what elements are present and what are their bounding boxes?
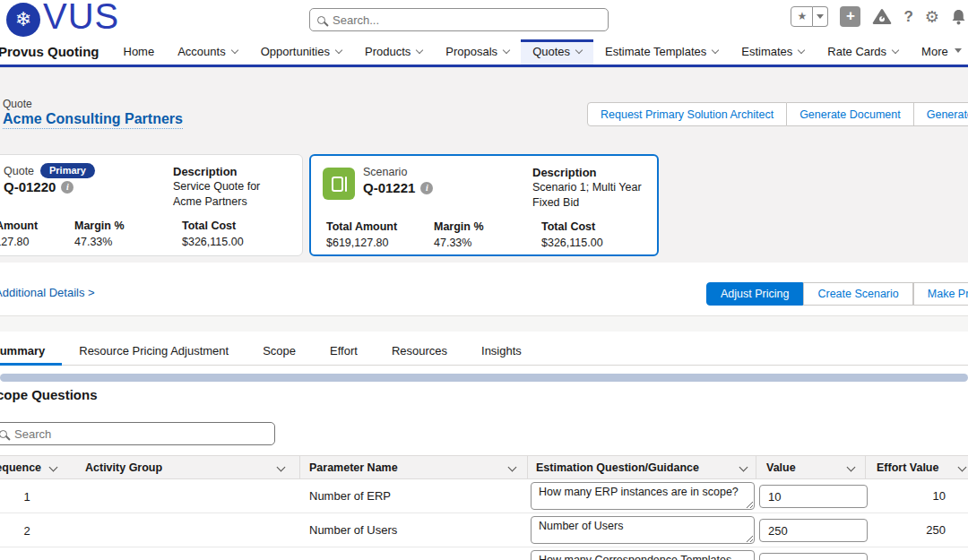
nav-item-label: Estimate Templates (605, 45, 706, 65)
horizontal-scrollbar[interactable] (0, 374, 968, 382)
value-input[interactable] (759, 519, 868, 542)
nav-item-opportunities[interactable]: Opportunities (249, 39, 353, 65)
provus-logo-icon: ❄ (6, 3, 40, 37)
chevron-down-icon[interactable] (503, 47, 510, 54)
scope-questions-search[interactable] (0, 422, 275, 445)
chevron-down-icon[interactable] (416, 47, 423, 54)
info-icon[interactable]: i (61, 181, 73, 194)
global-search-input[interactable] (333, 13, 601, 27)
margin-label: Margin % (434, 220, 484, 233)
nav-item-products[interactable]: Products (353, 39, 434, 65)
sequence-cell: 1 (16, 490, 38, 504)
provus-quoting-app: ❄ VUS ★ + ? ⚙ (0, 0, 968, 560)
margin-value: 47.33% (74, 236, 125, 248)
nav-item-label: Opportunities (261, 45, 330, 65)
sort-chevron-icon[interactable] (958, 463, 967, 472)
col-activity-group[interactable]: Activity Group (85, 461, 162, 474)
notifications-button[interactable] (951, 9, 966, 25)
value-input[interactable] (759, 553, 868, 560)
tab-summary[interactable]: Summary (0, 333, 62, 366)
request-primary-solution-architect-button[interactable]: Request Primary Solution Architect (587, 102, 787, 126)
card-type-label: Quote (4, 165, 34, 177)
value-input[interactable] (759, 485, 868, 508)
question-textarea[interactable]: Number of Users (531, 516, 755, 544)
question-textarea[interactable]: How many Correspondence Templates are in (531, 550, 755, 560)
tab-resources[interactable]: Resources (375, 333, 464, 366)
info-icon[interactable]: i (420, 182, 433, 194)
global-header: ❄ VUS ★ + ? ⚙ (0, 0, 968, 39)
column-divider (865, 456, 866, 480)
card-type-label: Scenario (363, 166, 407, 178)
nav-item-label: Estimates (741, 45, 792, 65)
nav-item-accounts[interactable]: Accounts (166, 39, 248, 65)
table-row: 2 Number of Users Number of Users 250 (0, 513, 968, 547)
tab-insights[interactable]: Insights (464, 333, 539, 366)
nav-item-home[interactable]: Home (112, 39, 167, 65)
nav-item-label: Quotes (532, 45, 570, 65)
total-cost-value: $326,115.00 (182, 236, 244, 248)
favorites-star-button[interactable]: ★ (791, 6, 813, 27)
total-amount-value: $619,127.80 (326, 237, 397, 249)
chevron-down-icon[interactable] (230, 47, 238, 54)
chevron-down-icon[interactable] (335, 47, 342, 54)
make-primary-button[interactable]: Make Primary (913, 282, 968, 306)
nav-item-label: Products (365, 45, 411, 65)
nav-item-label: More (921, 45, 948, 65)
question-textarea[interactable]: How many ERP instances are in scope? (531, 482, 755, 510)
col-estimation-question[interactable]: Estimation Question/Guidance (536, 461, 699, 474)
caret-down-icon (817, 14, 824, 22)
chevron-down-icon[interactable] (798, 47, 805, 54)
nav-item-estimate-templates[interactable]: Estimate Templates (593, 39, 730, 65)
help-button[interactable]: ? (903, 8, 912, 26)
total-cost-label: Total Cost (182, 220, 244, 232)
chevron-down-icon[interactable] (712, 47, 719, 54)
global-add-button[interactable]: + (840, 6, 860, 27)
header-icon-bar: ★ + ? ⚙ (791, 6, 966, 27)
generate-document-button[interactable]: Generate Document (787, 102, 914, 126)
tab-resource-pricing-adjustment[interactable]: Resource Pricing Adjustment (62, 333, 246, 366)
additional-details-link[interactable]: Additional Details > (0, 286, 95, 299)
column-divider (756, 456, 756, 480)
adjust-pricing-button[interactable]: Adjust Pricing (706, 282, 803, 306)
trailhead-button[interactable] (872, 8, 892, 25)
generate-rom-button[interactable]: Generate ROM (914, 102, 968, 126)
scope-questions-search-input[interactable] (14, 427, 267, 441)
setup-gear-button[interactable]: ⚙ (925, 8, 939, 26)
sort-chevron-icon[interactable] (847, 463, 856, 472)
search-icon (0, 430, 7, 438)
column-divider (527, 456, 528, 480)
global-search[interactable] (309, 8, 609, 31)
col-value[interactable]: Value (766, 461, 796, 474)
sort-chevron-icon[interactable] (508, 463, 517, 472)
sort-chevron-icon[interactable] (277, 463, 286, 472)
quote-card-primary[interactable]: Quote Primary Q-01220i Description Servi… (0, 154, 303, 256)
record-title-link[interactable]: Acme Consulting Partners (3, 111, 183, 129)
nav-item-label: Accounts (177, 45, 225, 65)
nav-item-rate-cards[interactable]: Rate Cards (816, 39, 910, 65)
nav-item-proposals[interactable]: Proposals (434, 39, 521, 65)
total-cost-value: $326,115.00 (541, 237, 603, 249)
spacer-band (0, 316, 968, 332)
margin-value: 47.33% (434, 237, 484, 249)
favorites-dropdown-button[interactable] (813, 6, 828, 27)
tab-scope[interactable]: Scope (246, 333, 313, 366)
record-entity-label: Quote (3, 98, 32, 110)
col-sequence[interactable]: Sequence (0, 461, 41, 474)
chevron-down-icon[interactable] (575, 47, 583, 54)
chevron-down-icon[interactable] (892, 47, 899, 54)
trailhead-icon (872, 8, 892, 25)
nav-item-estimates[interactable]: Estimates (730, 39, 816, 65)
table-row: 3 Correspondence Template How many Corre… (0, 547, 968, 560)
col-effort-value[interactable]: Effort Value (877, 461, 938, 474)
detail-tabs: Summary Resource Pricing Adjustment Scop… (0, 333, 968, 366)
quote-card-scenario[interactable]: Scenario Q-01221i Description Scenario 1… (309, 154, 659, 256)
bell-icon (951, 9, 966, 25)
create-scenario-button[interactable]: Create Scenario (803, 282, 912, 306)
sort-chevron-icon[interactable] (739, 463, 748, 472)
nav-item-quotes[interactable]: Quotes (521, 39, 593, 65)
nav-item-more[interactable]: More (910, 39, 968, 65)
sort-chevron-icon[interactable] (49, 463, 58, 472)
col-parameter-name[interactable]: Parameter Name (309, 461, 398, 474)
tab-effort[interactable]: Effort (313, 333, 375, 366)
description-text: Scenario 1; Multi Year Fixed Bid (532, 180, 647, 210)
